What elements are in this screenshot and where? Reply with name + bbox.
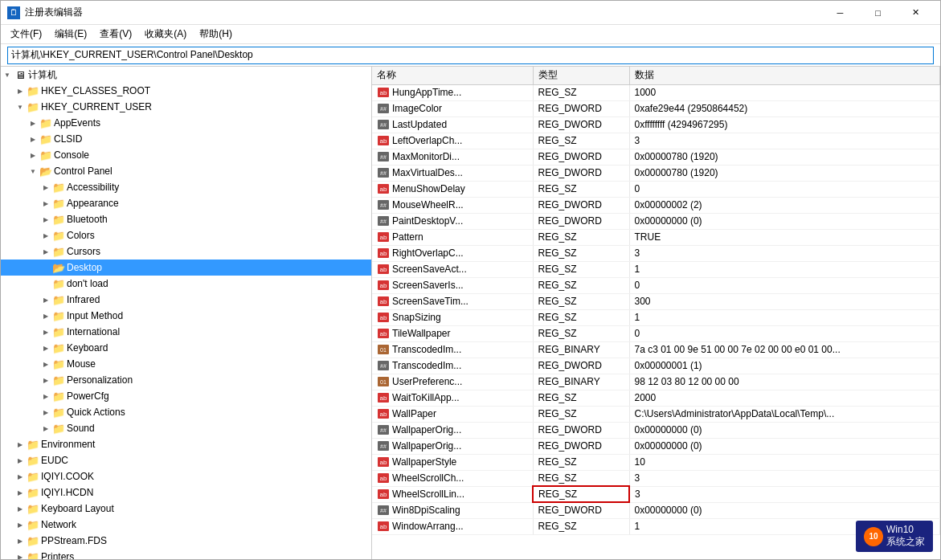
menu-item[interactable]: 编辑(E) [48, 26, 93, 43]
tree-item-personalization[interactable]: ▶📁Personalization [1, 372, 371, 388]
tree-item-iqiyi_hcdn[interactable]: ▶📁IQIYI.HCDN [1, 484, 371, 501]
registry-row[interactable]: ##WallpaperOrig...REG_DWORD0x00000000 (0… [372, 438, 940, 454]
tree-item-hkcu[interactable]: ▼📁HKEY_CURRENT_USER [1, 99, 371, 115]
address-input[interactable] [7, 47, 934, 64]
tree-item-printers[interactable]: ▶📁Printers [1, 549, 371, 559]
registry-table-wrapper[interactable]: 名称 类型 数据 abHungAppTime...REG_SZ1000##Ima… [372, 67, 940, 559]
registry-row[interactable]: abTileWallpaperREG_SZ0 [372, 325, 940, 341]
menu-item[interactable]: 帮助(H) [193, 26, 239, 43]
minimize-button[interactable]: ─ [822, 1, 858, 25]
tree-expander-accessibility[interactable]: ▶ [39, 181, 52, 194]
tree-item-dontload[interactable]: 📁don't load [1, 276, 371, 292]
tree-expander-printers[interactable]: ▶ [14, 550, 27, 559]
registry-row[interactable]: ##LastUpdatedREG_DWORD0xffffffff (429496… [372, 116, 940, 133]
tree-item-appevents[interactable]: ▶📁AppEvents [1, 115, 371, 131]
maximize-button[interactable]: □ [860, 1, 896, 25]
registry-row[interactable]: abWallPaperREG_SZC:\Users\Administrator\… [372, 406, 940, 422]
tree-item-powercfg[interactable]: ▶📁PowerCfg [1, 388, 371, 404]
tree-item-international[interactable]: ▶📁International [1, 324, 371, 340]
tree-expander-ppstream[interactable]: ▶ [14, 534, 27, 547]
registry-row[interactable]: abSnapSizingREG_SZ1 [372, 309, 940, 325]
tree-expander-appearance[interactable]: ▶ [39, 197, 52, 210]
tree-item-inputmethod[interactable]: ▶📁Input Method [1, 308, 371, 324]
registry-row[interactable]: ##PaintDesktopV...REG_DWORD0x00000000 (0… [372, 213, 940, 229]
tree-expander-console[interactable]: ▶ [27, 149, 39, 161]
tree-item-mouse[interactable]: ▶📁Mouse [1, 356, 371, 372]
tree-expander-dontload[interactable] [39, 277, 52, 290]
tree-item-cursors[interactable]: ▶📁Cursors [1, 243, 371, 260]
tree-expander-infrared[interactable]: ▶ [39, 293, 52, 306]
registry-row[interactable]: abWheelScrollCh...REG_SZ3 [372, 470, 940, 486]
registry-row[interactable]: ##TranscodedIm...REG_DWORD0x00000001 (1) [372, 358, 940, 374]
tree-expander-quickactions[interactable]: ▶ [39, 406, 52, 419]
tree-expander-network[interactable]: ▶ [14, 518, 27, 531]
tree-expander-iqiyi_cook[interactable]: ▶ [14, 470, 27, 483]
tree-item-computer[interactable]: ▼🖥计算机 [1, 67, 371, 83]
registry-row[interactable]: abScreenSaverIs...REG_SZ0 [372, 277, 940, 293]
registry-tree[interactable]: ▼🖥计算机▶📁HKEY_CLASSES_ROOT▼📁HKEY_CURRENT_U… [1, 67, 372, 559]
tree-expander-desktop[interactable] [39, 261, 52, 274]
tree-expander-international[interactable]: ▶ [39, 325, 52, 338]
tree-expander-mouse[interactable]: ▶ [39, 358, 52, 370]
registry-row[interactable]: 01UserPreferenc...REG_BINARY98 12 03 80 … [372, 374, 940, 390]
tree-item-keyboardlayout[interactable]: ▶📁Keyboard Layout [1, 501, 371, 517]
registry-row[interactable]: abMenuShowDelayREG_SZ0 [372, 181, 940, 197]
tree-expander-iqiyi_hcdn[interactable]: ▶ [14, 486, 27, 499]
tree-expander-hkcr[interactable]: ▶ [14, 84, 27, 97]
tree-expander-computer[interactable]: ▼ [1, 68, 14, 81]
tree-item-controlpanel[interactable]: ▼📂Control Panel [1, 163, 371, 179]
tree-expander-inputmethod[interactable]: ▶ [39, 309, 52, 322]
tree-item-appearance[interactable]: ▶📁Appearance [1, 195, 371, 211]
tree-expander-sound[interactable]: ▶ [39, 422, 52, 435]
tree-item-keyboard[interactable]: ▶📁Keyboard [1, 340, 371, 356]
tree-item-colors[interactable]: ▶📁Colors [1, 227, 371, 243]
registry-row[interactable]: ##ImageColorREG_DWORD0xafe29e44 (2950864… [372, 100, 940, 116]
tree-item-console[interactable]: ▶📁Console [1, 147, 371, 163]
registry-row[interactable]: abHungAppTime...REG_SZ1000 [372, 84, 940, 100]
tree-expander-hkcu[interactable]: ▼ [14, 100, 27, 113]
registry-row[interactable]: abWheelScrollLin...REG_SZ3 [372, 486, 940, 502]
registry-row[interactable]: ##MouseWheelR...REG_DWORD0x00000002 (2) [372, 197, 940, 213]
tree-expander-powercfg[interactable]: ▶ [39, 390, 52, 403]
tree-expander-cursors[interactable]: ▶ [39, 245, 52, 258]
tree-item-hkcr[interactable]: ▶📁HKEY_CLASSES_ROOT [1, 83, 371, 99]
registry-row[interactable]: ##MaxVirtualDes...REG_DWORD0x00000780 (1… [372, 165, 940, 181]
registry-row[interactable]: abWallpaperStyleREG_SZ10 [372, 454, 940, 470]
registry-row[interactable]: abRightOverlapC...REG_SZ3 [372, 245, 940, 261]
registry-row[interactable]: ##Win8DpiScalingREG_DWORD0x00000000 (0) [372, 502, 940, 518]
menu-item[interactable]: 收藏夹(A) [138, 26, 193, 43]
menu-item[interactable]: 查看(V) [93, 26, 138, 43]
registry-row[interactable]: 01TranscodedIm...REG_BINARY7a c3 01 00 9… [372, 341, 940, 358]
tree-expander-eudc[interactable]: ▶ [14, 454, 27, 467]
registry-row[interactable]: abScreenSaveTim...REG_SZ300 [372, 293, 940, 309]
tree-expander-bluetooth[interactable]: ▶ [39, 213, 52, 226]
tree-expander-controlpanel[interactable]: ▼ [27, 165, 39, 178]
registry-row[interactable]: abWaitToKillApp...REG_SZ2000 [372, 390, 940, 406]
tree-expander-personalization[interactable]: ▶ [39, 374, 52, 386]
tree-item-quickactions[interactable]: ▶📁Quick Actions [1, 404, 371, 420]
tree-item-environment[interactable]: ▶📁Environment [1, 436, 371, 452]
registry-row[interactable]: abLeftOverlapCh...REG_SZ3 [372, 133, 940, 149]
registry-row[interactable]: abScreenSaveAct...REG_SZ1 [372, 261, 940, 277]
registry-row[interactable]: abWindowArrang...REG_SZ1 [372, 518, 940, 534]
tree-expander-keyboardlayout[interactable]: ▶ [14, 502, 27, 515]
tree-item-ppstream[interactable]: ▶📁PPStream.FDS [1, 533, 371, 549]
tree-item-clsid[interactable]: ▶📁CLSID [1, 131, 371, 147]
tree-item-iqiyi_cook[interactable]: ▶📁IQIYI.COOK [1, 468, 371, 484]
registry-row[interactable]: abPatternREG_SZTRUE [372, 229, 940, 245]
tree-expander-keyboard[interactable]: ▶ [39, 341, 52, 354]
registry-row[interactable]: ##MaxMonitorDi...REG_DWORD0x00000780 (19… [372, 149, 940, 165]
tree-item-accessibility[interactable]: ▶📁Accessibility [1, 179, 371, 195]
tree-item-eudc[interactable]: ▶📁EUDC [1, 452, 371, 468]
tree-item-sound[interactable]: ▶📁Sound [1, 420, 371, 436]
close-button[interactable]: ✕ [898, 1, 934, 25]
tree-expander-colors[interactable]: ▶ [39, 229, 52, 242]
menu-item[interactable]: 文件(F) [4, 26, 48, 43]
tree-expander-appevents[interactable]: ▶ [27, 116, 39, 129]
tree-expander-clsid[interactable]: ▶ [27, 133, 39, 145]
tree-item-desktop[interactable]: 📂Desktop [1, 260, 371, 276]
tree-item-infrared[interactable]: ▶📁Infrared [1, 292, 371, 308]
tree-item-network[interactable]: ▶📁Network [1, 517, 371, 533]
registry-row[interactable]: ##WallpaperOrig...REG_DWORD0x00000000 (0… [372, 422, 940, 438]
tree-item-bluetooth[interactable]: ▶📁Bluetooth [1, 211, 371, 227]
